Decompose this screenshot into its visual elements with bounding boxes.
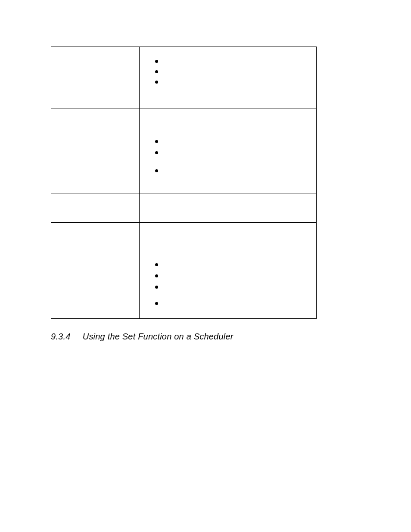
list-item — [163, 80, 310, 83]
list-item — [163, 168, 310, 172]
table-row — [51, 47, 317, 109]
table-cell-right — [140, 47, 317, 109]
section-number: 9.3.4 — [51, 332, 80, 342]
section-title: Using the Set Function on a Scheduler — [83, 332, 234, 341]
list-item — [163, 59, 310, 62]
list-item — [163, 150, 310, 154]
table-row — [51, 223, 317, 319]
section-heading: 9.3.4 Using the Set Function on a Schedu… — [51, 332, 364, 342]
list-item — [163, 69, 310, 73]
list-item — [163, 262, 310, 266]
list-item — [163, 285, 310, 288]
list-item — [163, 139, 310, 143]
table-cell-right — [140, 223, 317, 319]
list-item — [163, 301, 310, 305]
list-item — [163, 274, 310, 277]
table-cell-left — [51, 109, 140, 193]
bullet-list — [146, 59, 310, 83]
table-cell-left — [51, 223, 140, 319]
document-page: 9.3.4 Using the Set Function on a Schedu… — [0, 0, 411, 532]
table-cell-left — [51, 193, 140, 223]
table-row — [51, 193, 317, 223]
parameters-table — [51, 47, 317, 319]
table-row — [51, 109, 317, 193]
table-cell-left — [51, 47, 140, 109]
bullet-list — [146, 139, 310, 172]
table-cell-right — [140, 109, 317, 193]
bullet-list — [146, 262, 310, 305]
table-cell-right — [140, 193, 317, 223]
